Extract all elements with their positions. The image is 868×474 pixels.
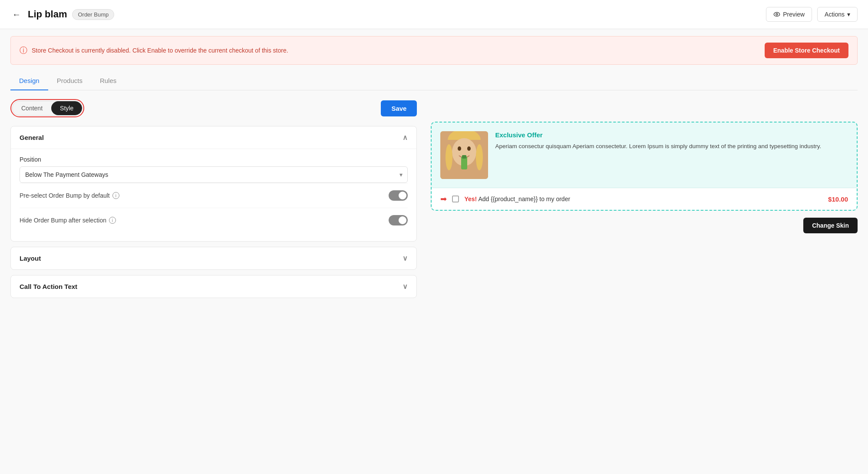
change-skin-button[interactable]: Change Skin: [803, 218, 858, 233]
preselect-label: Pre-select Order Bump by default: [20, 192, 110, 199]
tab-products[interactable]: Products: [48, 72, 91, 90]
order-bump-badge: Order Bump: [72, 9, 114, 20]
alert-message: Store Checkout is currently disabled. Cl…: [32, 47, 288, 54]
layout-accordion: Layout ∨: [10, 247, 417, 270]
tab-design[interactable]: Design: [10, 72, 48, 90]
cta-chevron-icon: ∨: [403, 282, 408, 291]
offer-description: Aperiam consectur quisquam Aperiam conse…: [495, 142, 848, 151]
left-panel: Content Style Save General ∧ Position Be…: [10, 99, 417, 303]
back-button[interactable]: ←: [10, 8, 23, 21]
right-panel: Exclusive Offer Aperiam consectur quisqu…: [417, 99, 858, 303]
hide-order-bump-label: Hide Order Bump after selection: [20, 217, 106, 224]
enable-store-checkout-button[interactable]: Enable Store Checkout: [765, 43, 848, 58]
save-button[interactable]: Save: [381, 100, 417, 116]
cta-accordion-header[interactable]: Call To Action Text ∨: [11, 275, 416, 298]
eye-icon: [773, 11, 780, 18]
product-image-svg: [440, 131, 488, 179]
cta-yes: Yes!: [464, 196, 477, 202]
preselect-label-area: Pre-select Order Bump by default i: [20, 192, 119, 199]
tabs-container: Design Products Rules: [0, 72, 868, 90]
price-text: $10.00: [828, 196, 848, 203]
layout-title: Layout: [20, 255, 41, 262]
preview-text-column: Exclusive Offer Aperiam consectur quisqu…: [495, 131, 848, 179]
hide-order-bump-info-icon[interactable]: i: [109, 217, 116, 224]
preview-card-top: Exclusive Offer Aperiam consectur quisqu…: [432, 123, 857, 188]
cta-add-text: Add {{product_name}} to my order: [477, 196, 570, 202]
product-image: [440, 131, 488, 179]
header: ← Lip blam Order Bump Preview Actions ▾: [0, 0, 868, 29]
svg-rect-9: [462, 155, 466, 159]
general-accordion: General ∧ Position Below The Payment Gat…: [10, 126, 417, 242]
content-toggle-button[interactable]: Content: [13, 101, 51, 115]
preselect-info-icon[interactable]: i: [112, 192, 119, 199]
general-chevron-icon: ∧: [403, 133, 408, 142]
alert-banner: ⓘ Store Checkout is currently disabled. …: [10, 36, 858, 65]
main-content: Content Style Save General ∧ Position Be…: [0, 99, 868, 314]
cta-accordion: Call To Action Text ∨: [10, 275, 417, 298]
svg-point-11: [476, 144, 483, 170]
svg-point-0: [774, 12, 780, 16]
preview-button[interactable]: Preview: [766, 7, 812, 22]
position-select[interactable]: Below The Payment Gateways Above The Pay…: [20, 166, 408, 183]
header-left: ← Lip blam Order Bump: [10, 8, 114, 21]
alert-icon: ⓘ: [20, 45, 27, 56]
general-accordion-header[interactable]: General ∧: [11, 126, 416, 149]
hide-order-bump-toggle[interactable]: [389, 215, 408, 225]
svg-point-6: [458, 146, 461, 151]
change-skin-row: Change Skin: [431, 218, 858, 233]
svg-point-1: [776, 13, 778, 15]
alert-message-area: ⓘ Store Checkout is currently disabled. …: [20, 45, 288, 56]
layout-accordion-header[interactable]: Layout ∨: [11, 247, 416, 269]
cta-checkbox[interactable]: [452, 196, 459, 202]
toggle-save-row: Content Style Save: [10, 99, 417, 117]
toggle-group-outline: Content Style: [10, 99, 84, 117]
preview-label: Preview: [783, 11, 805, 18]
svg-point-10: [446, 144, 452, 170]
preview-card: Exclusive Offer Aperiam consectur quisqu…: [431, 122, 858, 211]
content-style-toggle: Content Style: [12, 101, 83, 116]
general-accordion-body: Position Below The Payment Gateways Abov…: [11, 149, 416, 241]
tabs: Design Products Rules: [10, 72, 858, 90]
page-title: Lip blam: [28, 9, 67, 20]
position-label: Position: [20, 156, 408, 163]
actions-label: Actions: [825, 11, 845, 18]
layout-chevron-icon: ∨: [403, 254, 408, 262]
cta-title: Call To Action Text: [20, 283, 77, 290]
hide-order-bump-field: Hide Order Bump after selection i: [20, 208, 408, 232]
hide-order-bump-label-area: Hide Order Bump after selection i: [20, 217, 116, 224]
actions-chevron-icon: ▾: [847, 11, 850, 18]
svg-point-7: [467, 146, 471, 151]
offer-title: Exclusive Offer: [495, 131, 848, 139]
arrow-right-icon: ➡: [440, 194, 447, 204]
preselect-toggle[interactable]: [389, 190, 408, 201]
actions-button[interactable]: Actions ▾: [817, 7, 858, 22]
cta-text-preview: Yes! Add {{product_name}} to my order: [464, 196, 823, 202]
tab-rules[interactable]: Rules: [91, 72, 125, 90]
preselect-field: Pre-select Order Bump by default i: [20, 183, 408, 208]
style-toggle-button[interactable]: Style: [51, 101, 82, 115]
general-title: General: [20, 134, 44, 141]
position-select-wrapper: Below The Payment Gateways Above The Pay…: [20, 166, 408, 183]
header-right: Preview Actions ▾: [766, 7, 858, 22]
preview-card-bottom: ➡ Yes! Add {{product_name}} to my order …: [432, 188, 857, 210]
